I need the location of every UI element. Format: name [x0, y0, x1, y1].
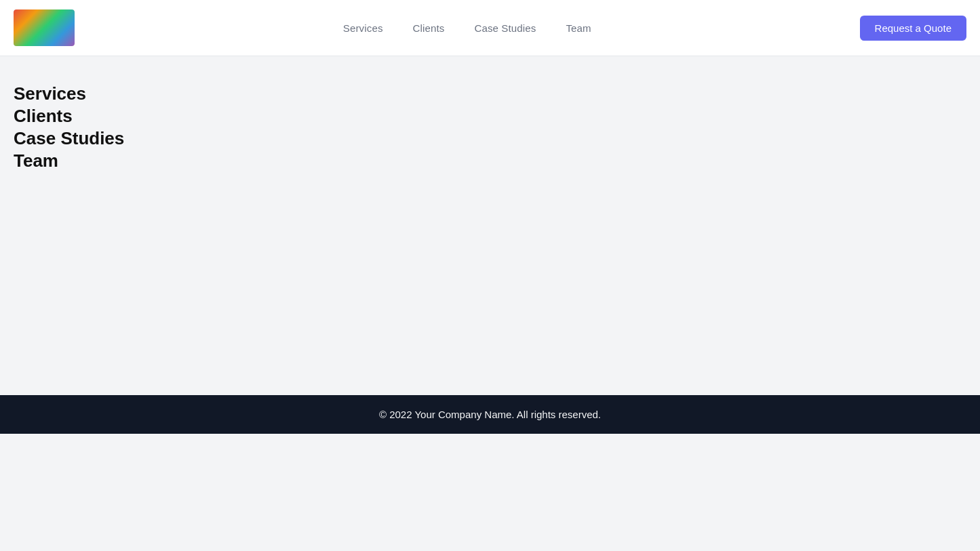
logo-image [14, 9, 75, 46]
nav-item-clients[interactable]: Clients [398, 17, 460, 39]
main-content: Services Clients Case Studies Team [0, 56, 980, 395]
footer-copyright: © 2022 Your Company Name. All rights res… [14, 409, 966, 420]
services-section: Services [14, 83, 966, 104]
site-footer: © 2022 Your Company Name. All rights res… [0, 395, 980, 434]
clients-section: Clients [14, 106, 966, 127]
case-studies-section: Case Studies [14, 128, 966, 149]
site-header: Services Clients Case Studies Team Reque… [0, 0, 980, 56]
nav-item-case-studies[interactable]: Case Studies [459, 17, 551, 39]
main-nav: Services Clients Case Studies Team [328, 17, 606, 39]
team-section: Team [14, 150, 966, 171]
nav-item-services[interactable]: Services [328, 17, 398, 39]
request-quote-button[interactable]: Request a Quote [860, 16, 966, 41]
services-title: Services [14, 83, 966, 104]
case-studies-title: Case Studies [14, 128, 966, 149]
clients-title: Clients [14, 106, 966, 127]
logo [14, 9, 75, 46]
nav-item-team[interactable]: Team [551, 17, 606, 39]
team-title: Team [14, 150, 966, 171]
